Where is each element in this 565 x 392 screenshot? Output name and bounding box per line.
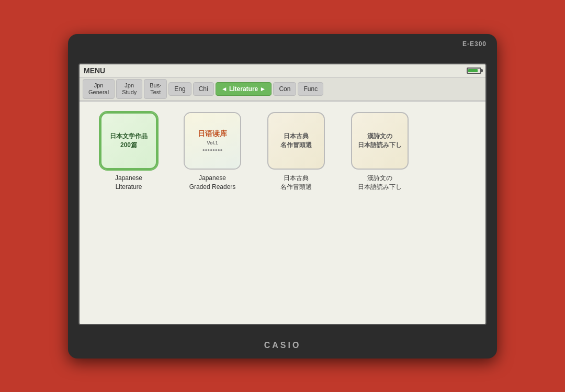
item-japanese-graded-readers[interactable]: 日语读库 Vol.1 ●●●●●●●● JapaneseGraded Reade… <box>176 112 249 192</box>
brand-label: CASIO <box>264 341 301 350</box>
tab-chi[interactable]: Chi <box>193 82 214 96</box>
tab-literature[interactable]: ◄ Literature ► <box>216 82 272 96</box>
item-nihon-koten[interactable]: 日本古典名作冒頭選 日本古典名作冒頭選 <box>259 112 333 192</box>
item-label-kanshimon: 漢詩文の日本語読み下し <box>358 174 402 192</box>
battery-indicator <box>467 68 481 74</box>
tab-bar: JpnGeneral JpnStudy Bus·Test Eng Chi ◄ L… <box>80 77 485 102</box>
tab-eng[interactable]: Eng <box>168 82 191 96</box>
model-text: E-E300 <box>462 40 487 48</box>
tab-jpn-general[interactable]: JpnGeneral <box>83 79 115 99</box>
device: E-E300 MENU JpnGeneral JpnStudy Bus·Test… <box>68 34 497 359</box>
item-icon-japanese-literature: 日本文学作品200篇 <box>100 112 157 170</box>
screen: MENU JpnGeneral JpnStudy Bus·Test Eng Ch… <box>78 63 487 325</box>
tab-func[interactable]: Func <box>298 82 323 96</box>
device-model-label: E-E300 <box>74 40 491 48</box>
item-icon-japanese-graded-readers: 日语读库 Vol.1 ●●●●●●●● <box>184 112 241 170</box>
tab-con[interactable]: Con <box>273 82 296 96</box>
item-icon-kanshimon: 漢詩文の日本語読み下し <box>351 112 409 170</box>
item-label-nihon-koten: 日本古典名作冒頭選 <box>280 174 312 192</box>
content-area: 日本文学作品200篇 JapaneseLiterature 日语读库 Vol.1… <box>80 102 485 324</box>
menu-bar: MENU <box>80 64 485 77</box>
tab-jpn-study[interactable]: JpnStudy <box>116 79 142 99</box>
battery-fill <box>468 69 478 72</box>
menu-title: MENU <box>84 66 110 75</box>
item-label-japanese-literature: JapaneseLiterature <box>115 174 142 192</box>
item-icon-nihon-koten: 日本古典名作冒頭選 <box>267 112 325 170</box>
battery-body <box>467 68 481 74</box>
item-kanshimon[interactable]: 漢詩文の日本語読み下し 漢詩文の日本語読み下し <box>343 112 416 192</box>
item-label-japanese-graded-readers: JapaneseGraded Readers <box>189 174 236 192</box>
item-japanese-literature[interactable]: 日本文学作品200篇 JapaneseLiterature <box>92 112 165 192</box>
tab-bus-test[interactable]: Bus·Test <box>144 79 167 99</box>
